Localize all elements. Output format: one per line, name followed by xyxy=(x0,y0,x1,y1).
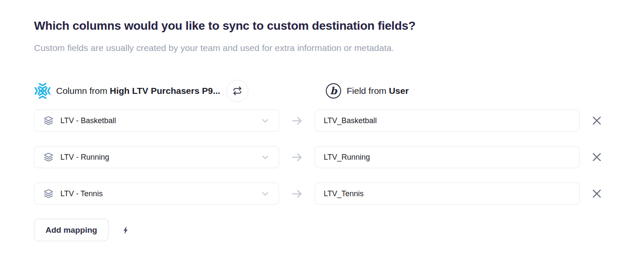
chevron-down-icon xyxy=(260,116,270,126)
page-title: Which columns would you like to sync to … xyxy=(34,19,644,33)
braze-letter: b xyxy=(330,86,337,96)
chevron-down-icon xyxy=(260,152,270,162)
source-header-label: Column from High LTV Purchasers P9... xyxy=(56,86,220,96)
layers-icon xyxy=(44,152,53,162)
destination-object-name: User xyxy=(389,86,409,96)
lightning-bolt-button[interactable] xyxy=(121,224,130,236)
arrow-right-icon xyxy=(279,114,315,127)
sync-mapping-page: Which columns would you like to sync to … xyxy=(0,0,644,241)
actions-row: Add mapping xyxy=(34,219,644,241)
braze-icon: b xyxy=(326,83,341,99)
x-icon xyxy=(591,151,603,163)
remove-mapping-button[interactable] xyxy=(589,186,604,201)
chevron-down-icon xyxy=(260,189,270,199)
column-select-value: LTV - Tennis xyxy=(60,189,103,198)
destination-header-label: Field from User xyxy=(347,86,409,96)
column-select-value: LTV - Running xyxy=(60,153,109,162)
column-select-value: LTV - Basketball xyxy=(60,116,116,125)
destination-label-prefix: Field from xyxy=(347,86,389,96)
mapping-row: LTV - Tennis xyxy=(34,183,644,205)
remove-mapping-button[interactable] xyxy=(589,113,604,128)
source-header: Column from High LTV Purchasers P9... xyxy=(34,80,315,102)
source-model-name: High LTV Purchasers P9... xyxy=(110,86,220,96)
page-subtitle: Custom fields are usually created by you… xyxy=(34,42,644,54)
layers-icon xyxy=(44,116,53,125)
arrow-right-icon xyxy=(279,151,315,164)
x-icon xyxy=(591,115,603,127)
destination-field-input[interactable] xyxy=(315,146,580,168)
mapping-row: LTV - Running xyxy=(34,146,644,168)
swap-columns-button[interactable] xyxy=(226,80,248,102)
destination-field-input[interactable] xyxy=(315,183,580,205)
column-select[interactable]: LTV - Basketball xyxy=(34,110,279,132)
source-label-prefix: Column from xyxy=(56,86,110,96)
destination-header: b Field from User xyxy=(315,83,409,99)
column-select[interactable]: LTV - Tennis xyxy=(34,183,279,205)
add-mapping-button[interactable]: Add mapping xyxy=(34,219,108,241)
layers-icon xyxy=(44,189,53,198)
arrow-right-icon xyxy=(279,187,315,200)
x-icon xyxy=(591,188,603,200)
swap-icon xyxy=(233,86,242,96)
destination-field-input[interactable] xyxy=(315,110,580,132)
remove-mapping-button[interactable] xyxy=(589,149,604,165)
mapping-row: LTV - Basketball xyxy=(34,110,644,132)
column-select[interactable]: LTV - Running xyxy=(34,146,279,168)
snowflake-icon xyxy=(34,82,51,99)
lightning-bolt-icon xyxy=(121,224,130,236)
mapping-header-row: Column from High LTV Purchasers P9... b … xyxy=(34,80,644,102)
